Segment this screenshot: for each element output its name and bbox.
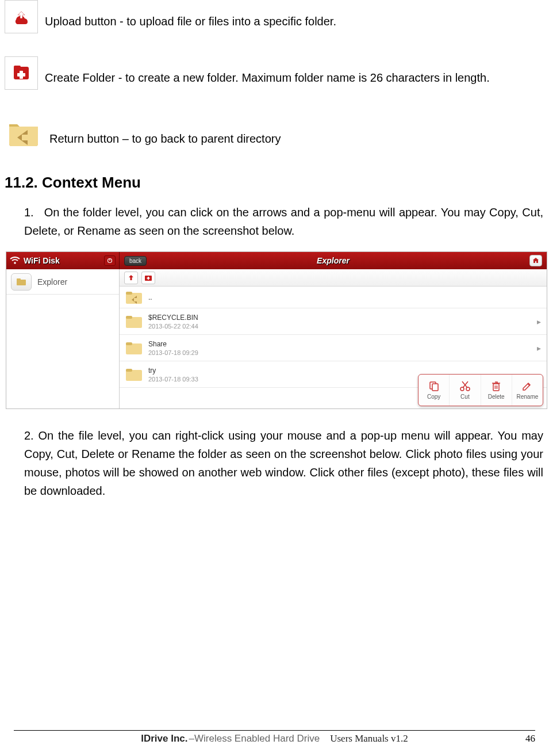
folder-icon <box>125 341 143 356</box>
folder-icon <box>125 314 143 329</box>
context-cut[interactable]: Cut <box>450 375 481 406</box>
file-date: 2013-07-18 09:33 <box>148 376 198 383</box>
svg-rect-6 <box>109 258 110 261</box>
home-button[interactable] <box>529 255 542 266</box>
rename-icon <box>521 380 533 392</box>
create-folder-description: Create Folder - to create a new folder. … <box>5 56 544 90</box>
context-rename-label: Rename <box>516 394 538 400</box>
upload-description-text: Upload button - to upload file or files … <box>45 13 336 33</box>
section-heading: 11.2. Context Menu <box>5 174 544 192</box>
paragraph-2: 2. On the file level, you can right-clic… <box>24 426 543 500</box>
sidebar-header: WiFi Disk <box>6 252 120 269</box>
page-number: 46 <box>525 733 535 744</box>
paragraph-1: 1.On the folder level, you can click on … <box>24 203 543 240</box>
explorer-item-icon <box>11 273 32 291</box>
svg-rect-11 <box>147 277 150 278</box>
sidebar-item-explorer[interactable]: Explorer <box>6 269 119 295</box>
main-title: Explorer <box>317 256 350 265</box>
context-rename[interactable]: Rename <box>512 375 543 406</box>
create-folder-icon <box>5 56 38 90</box>
file-row-updir[interactable]: .. <box>120 287 547 308</box>
screenshot-sidebar: WiFi Disk Explorer <box>6 252 120 408</box>
updir-label: .. <box>148 293 152 301</box>
wifi-icon <box>10 257 20 265</box>
footer-subtitle: Users Manuals v1.2 <box>330 733 408 744</box>
file-row[interactable]: Share 2013-07-18 09:29 ▸ <box>120 335 547 361</box>
context-cut-label: Cut <box>460 394 470 400</box>
upload-icon <box>5 0 38 33</box>
file-name: try <box>148 366 198 375</box>
copy-icon <box>428 380 440 392</box>
return-description-text: Return button – to go back to parent dir… <box>49 130 281 151</box>
svg-point-23 <box>466 387 470 391</box>
chevron-right-icon[interactable]: ▸ <box>537 343 541 353</box>
file-name: Share <box>148 340 198 348</box>
delete-icon <box>490 380 502 392</box>
context-menu: Copy Cut Delete Rename <box>418 374 543 406</box>
power-icon[interactable] <box>104 255 116 266</box>
return-button-description: Return button – to go back to parent dir… <box>5 113 544 151</box>
folder-icon <box>125 367 143 382</box>
svg-point-22 <box>460 387 464 391</box>
svg-rect-21 <box>432 384 438 391</box>
toolbar-create-folder-button[interactable] <box>141 272 155 284</box>
footer-brand: IDrive Inc. <box>141 733 187 744</box>
context-copy[interactable]: Copy <box>419 375 450 406</box>
file-date: 2013-07-18 09:29 <box>148 349 198 356</box>
context-copy-label: Copy <box>427 394 440 400</box>
main-header: back Explorer <box>120 252 547 269</box>
svg-rect-8 <box>17 278 21 281</box>
upload-button-description: Upload button - to upload file or files … <box>5 0 544 33</box>
context-delete[interactable]: Delete <box>481 375 512 406</box>
chevron-right-icon[interactable]: ▸ <box>537 317 541 326</box>
back-button[interactable]: back <box>124 256 147 266</box>
explorer-screenshot: WiFi Disk Explorer back Explorer <box>6 251 547 409</box>
sidebar-title: WiFi Disk <box>24 256 60 265</box>
svg-point-4 <box>14 262 16 264</box>
svg-rect-3 <box>17 73 25 77</box>
cut-icon <box>459 380 471 392</box>
context-delete-label: Delete <box>488 394 505 400</box>
page-footer: IDrive Inc. –Wireless Enabled Hard Drive… <box>0 730 549 744</box>
sidebar-item-label: Explorer <box>37 277 67 287</box>
toolbar-upload-button[interactable] <box>124 272 138 284</box>
toolbar <box>120 269 547 287</box>
create-folder-description-text: Create Folder - to create a new folder. … <box>45 69 490 90</box>
svg-rect-15 <box>126 316 132 319</box>
svg-rect-13 <box>126 292 132 295</box>
screenshot-main: back Explorer <box>120 252 547 408</box>
file-date: 2013-05-22 02:44 <box>148 323 198 330</box>
return-folder-icon <box>5 113 43 151</box>
footer-sub: –Wireless Enabled Hard Drive <box>189 733 320 744</box>
paragraph-1-number: 1. <box>24 206 34 219</box>
svg-rect-19 <box>126 369 132 372</box>
paragraph-1-text: On the folder level, you can click on th… <box>24 206 543 237</box>
file-row[interactable]: $RECYCLE.BIN 2013-05-22 02:44 ▸ <box>120 308 547 335</box>
svg-rect-1 <box>14 66 21 68</box>
file-name: $RECYCLE.BIN <box>148 314 198 322</box>
svg-rect-17 <box>126 342 132 345</box>
folder-up-icon <box>125 290 143 305</box>
